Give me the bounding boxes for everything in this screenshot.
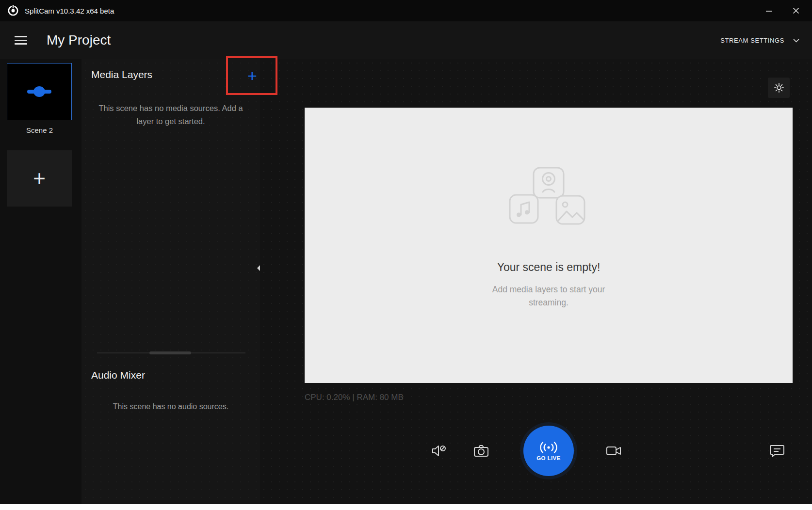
media-layers-panel: Media Layers + This scene has no media s… [81,59,260,504]
desktop-background-strip [0,504,812,510]
video-source-button[interactable] [602,439,626,462]
hamburger-bar [15,43,27,45]
stream-settings-label: STREAM SETTINGS [720,37,784,44]
empty-scene-subtitle: Add media layers to start your streaming… [490,283,607,309]
hamburger-bar [15,36,27,37]
close-button[interactable] [791,5,801,16]
window-controls [763,5,805,16]
chevron-down-icon [793,38,799,43]
media-layers-title: Media Layers [91,69,152,80]
go-live-button[interactable]: GO LIVE [523,426,574,476]
music-icon [510,195,538,223]
preview-area: Your scene is empty! Add media layers to… [260,59,812,504]
window-titlebar: SplitCam v10.3.42 x64 beta [0,0,812,21]
video-camera-icon [606,445,622,457]
speaker-muted-icon [431,444,447,458]
app-header: My Project STREAM SETTINGS [0,21,812,59]
scene-thumbnail[interactable] [7,63,72,120]
broadcast-icon [538,441,559,454]
scene-label: Scene 2 [0,126,79,134]
scene-canvas: Your scene is empty! Add media layers to… [305,108,793,383]
audio-mixer-empty-message: This scene has no audio sources. [87,402,254,411]
media-layers-empty-message: This scene has no media sources. Add a l… [91,102,251,128]
minimize-button[interactable] [763,5,774,16]
brightness-icon [774,82,784,93]
hamburger-bar [15,40,27,41]
brightness-button[interactable] [768,78,790,98]
panel-collapse-button[interactable] [255,262,262,274]
empty-scene-illustration [506,167,591,230]
audio-mute-button[interactable] [427,439,451,462]
minimize-icon [765,7,772,14]
add-scene-button[interactable]: + [7,150,72,207]
scenes-panel: Scene 2 + [0,59,81,504]
plus-icon: + [33,168,46,189]
hamburger-menu-icon[interactable] [15,33,27,47]
chat-button[interactable] [765,439,789,462]
camera-icon [473,444,489,458]
empty-scene-title: Your scene is empty! [305,261,793,274]
content-area: Scene 2 + Media Layers + This scene has … [0,59,812,504]
snapshot-button[interactable] [470,439,493,462]
go-live-label: GO LIVE [536,455,560,461]
performance-status: CPU: 0.20% | RAM: 80 MB [305,393,404,402]
layers-scrollbar-handle[interactable] [149,351,191,354]
image-icon [556,196,585,224]
stream-settings-button[interactable]: STREAM SETTINGS [720,37,799,44]
plus-icon: + [247,67,257,84]
app-logo-icon [7,4,19,17]
scene-preview-shape [27,90,51,94]
chat-icon [769,444,785,458]
window-title: SplitCam v10.3.42 x64 beta [25,7,114,15]
close-icon [793,7,799,14]
audio-mixer-title: Audio Mixer [91,369,145,381]
page-title: My Project [47,32,111,48]
chevron-left-icon [257,265,260,271]
